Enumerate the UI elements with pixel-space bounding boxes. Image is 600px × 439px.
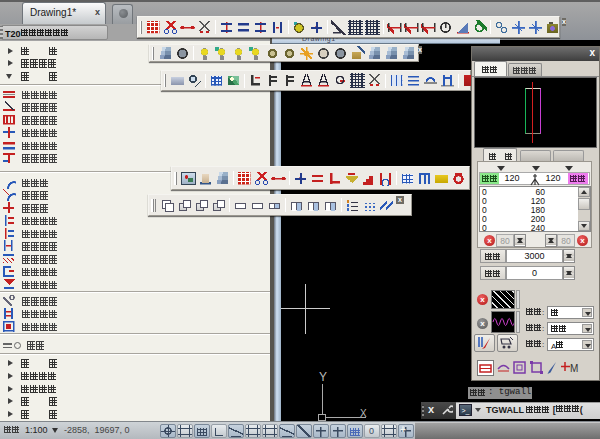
svg-text:M: M xyxy=(570,363,578,374)
